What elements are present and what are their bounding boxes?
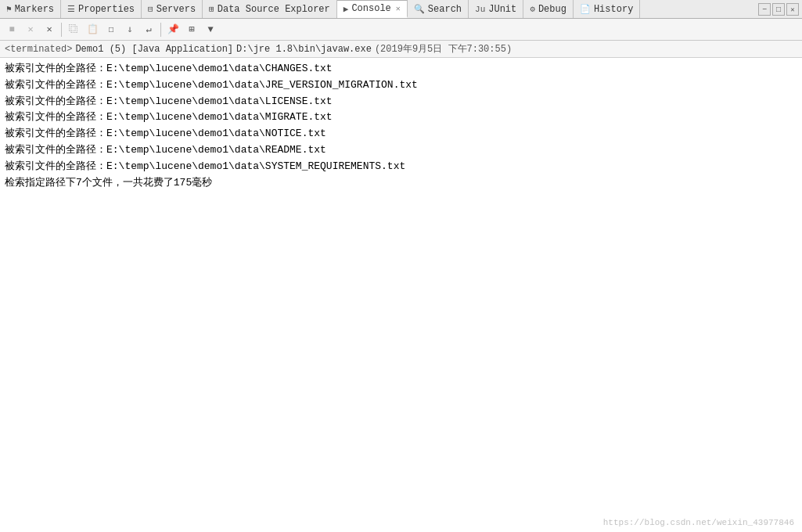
tab-label-search: Search bbox=[428, 4, 462, 15]
tab-icon-debug: ⚙ bbox=[530, 4, 535, 14]
tab-debug[interactable]: ⚙Debug bbox=[523, 0, 574, 18]
console-line: 被索引文件的全路径：E:\temp\lucene\demo1\data\SYST… bbox=[5, 159, 797, 175]
console-line: 被索引文件的全路径：E:\temp\lucene\demo1\data\LICE… bbox=[5, 94, 797, 110]
tab-icon-junit: Ju bbox=[475, 5, 485, 14]
tab-icon-search: 🔍 bbox=[414, 4, 425, 14]
timestamp: (2019年9月5日 下午7:30:55) bbox=[375, 42, 512, 56]
tab-search[interactable]: 🔍Search bbox=[408, 0, 469, 18]
tab-icon-markers: ⚑ bbox=[6, 4, 12, 14]
tab-data-source-explorer[interactable]: ⊞Data Source Explorer bbox=[203, 0, 337, 18]
tab-bar: ⚑Markers☰Properties⊟Servers⊞Data Source … bbox=[0, 0, 802, 19]
tab-icon-servers: ⊟ bbox=[148, 4, 153, 14]
console-line: 被索引文件的全路径：E:\temp\lucene\demo1\data\CHAN… bbox=[5, 61, 797, 77]
console-line: 检索指定路径下7个文件，一共花费了175毫秒 bbox=[5, 175, 797, 192]
tab-label-servers: Servers bbox=[156, 4, 196, 15]
toolbar-btn-remove[interactable]: ✕ bbox=[41, 21, 58, 38]
tab-console[interactable]: ▶Console✕ bbox=[337, 0, 408, 18]
toolbar-separator bbox=[160, 23, 161, 37]
console-output: 被索引文件的全路径：E:\temp\lucene\demo1\data\CHAN… bbox=[0, 58, 802, 532]
tab-markers[interactable]: ⚑Markers bbox=[0, 0, 61, 18]
toolbar-btn-word-wrap[interactable]: ↵ bbox=[140, 21, 157, 38]
toolbar-btn-clear[interactable]: ☐ bbox=[102, 21, 120, 38]
toolbar-btn-paste: 📋 bbox=[84, 21, 101, 38]
tab-icon-history: 📄 bbox=[580, 4, 591, 14]
tab-label-data-source-explorer: Data Source Explorer bbox=[218, 4, 330, 15]
toolbar-btn-scroll-lock[interactable]: ⇓ bbox=[121, 21, 138, 38]
maximize-button[interactable]: □ bbox=[772, 3, 785, 16]
console-line: 被索引文件的全路径：E:\temp\lucene\demo1\data\READ… bbox=[5, 142, 797, 159]
tab-label-properties: Properties bbox=[78, 4, 135, 15]
tab-label-junit: JUnit bbox=[488, 4, 516, 15]
tab-icon-console: ▶ bbox=[343, 4, 349, 14]
tab-icon-properties: ☰ bbox=[67, 4, 75, 14]
tab-label-debug: Debug bbox=[538, 4, 566, 15]
toolbar-btn-copy: ⿻ bbox=[65, 21, 82, 38]
window-controls: − □ ✕ bbox=[758, 0, 802, 19]
tab-label-console: Console bbox=[351, 3, 390, 14]
tab-close-console[interactable]: ✕ bbox=[396, 4, 401, 13]
tab-junit[interactable]: JuJUnit bbox=[469, 0, 523, 18]
toolbar: ■✕✕⿻📋☐⇓↵📌⊞▼ bbox=[0, 19, 802, 41]
toolbar-btn-pin[interactable]: 📌 bbox=[164, 21, 182, 38]
javaw-path: D:\jre 1.8\bin\javaw.exe bbox=[236, 44, 372, 55]
tab-icon-data-source-explorer: ⊞ bbox=[209, 4, 214, 14]
tab-label-markers: Markers bbox=[15, 4, 54, 15]
toolbar-btn-open-console[interactable]: ⊞ bbox=[183, 21, 200, 38]
close-button[interactable]: ✕ bbox=[786, 3, 799, 16]
console-line: 被索引文件的全路径：E:\temp\lucene\demo1\data\MIGR… bbox=[5, 110, 797, 126]
status-bar: <terminated> Demo1 (5) [Java Application… bbox=[0, 41, 802, 58]
app-name: Demo1 (5) [Java Application] bbox=[75, 44, 233, 55]
tab-properties[interactable]: ☰Properties bbox=[61, 0, 142, 18]
console-line: 被索引文件的全路径：E:\temp\lucene\demo1\data\JRE_… bbox=[5, 77, 797, 94]
terminated-label: <terminated> bbox=[5, 44, 72, 55]
toolbar-btn-stop: ■ bbox=[3, 21, 20, 38]
console-line: 被索引文件的全路径：E:\temp\lucene\demo1\data\NOTI… bbox=[5, 126, 797, 142]
minimize-button[interactable]: − bbox=[758, 3, 771, 16]
tab-history[interactable]: 📄History bbox=[574, 0, 640, 18]
tab-label-history: History bbox=[594, 4, 633, 15]
toolbar-btn-display-selected[interactable]: ▼ bbox=[202, 21, 219, 38]
toolbar-separator bbox=[61, 23, 62, 37]
toolbar-btn-terminate: ✕ bbox=[22, 21, 39, 38]
tab-servers[interactable]: ⊟Servers bbox=[142, 0, 203, 18]
